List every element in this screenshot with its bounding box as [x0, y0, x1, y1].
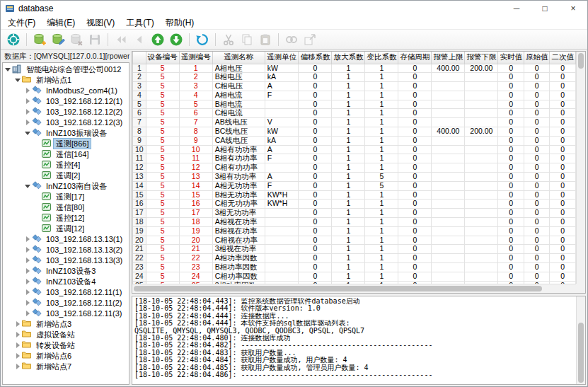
expand-icon[interactable] [24, 278, 31, 285]
tree-node[interactable]: 遥控[12] [3, 212, 129, 223]
column-header[interactable]: 报警上限 [432, 52, 465, 64]
menu-item-tools[interactable]: 工具(T) [120, 16, 159, 30]
table-row[interactable]: 10510A相有功功率A0110000 [133, 145, 576, 154]
refresh-button[interactable] [194, 31, 211, 48]
log-vertical-scrollbar[interactable] [576, 296, 585, 384]
table-row[interactable]: 555B相电流0110000 [133, 100, 576, 109]
table-row[interactable]: 151A相电压kW0110400.00200.00000 [133, 64, 576, 73]
tree-node[interactable]: 新增站点1 [3, 74, 129, 85]
tree-node[interactable]: InNZ103振瑞设备 [3, 127, 129, 138]
column-header[interactable]: 变比系数 [365, 52, 398, 64]
tree-node[interactable]: 103_192.168.12.11(3) [3, 308, 129, 318]
table-row[interactable]: 19519B相视在功率0110000 [133, 226, 576, 236]
tree-node[interactable]: 遥调[12] [3, 223, 129, 233]
edit-record-button[interactable] [50, 31, 67, 48]
tree-node[interactable]: InNZ103设备3 [3, 265, 129, 276]
menu-item-help[interactable]: 帮助(H) [160, 16, 200, 30]
tree-node[interactable]: 新增站点6 [3, 350, 129, 361]
table-row[interactable]: 656C相电流0110000 [133, 109, 576, 118]
expand-icon[interactable] [24, 267, 31, 275]
table-row[interactable]: 18518A相视在功率0110000 [133, 218, 576, 227]
tree-node[interactable]: 103_192.168.12.12(2) [3, 106, 129, 117]
tree-node[interactable]: 新增站点7 [3, 361, 129, 371]
expand-icon[interactable] [24, 119, 31, 126]
tree-node[interactable]: 遥信[80] [3, 202, 129, 212]
column-header[interactable]: 遥测编号 [179, 52, 212, 64]
expand-icon[interactable] [14, 320, 21, 328]
tree-node[interactable]: 遥测[866] [3, 138, 129, 149]
tree-node[interactable]: 遥测[17] [3, 191, 129, 202]
tree-node[interactable]: 103_192.168.13.13(1) [3, 233, 129, 244]
tree-node[interactable]: InModbus2_com4(1) [3, 85, 129, 96]
expand-icon[interactable] [14, 352, 21, 359]
tree-node[interactable]: 遥控[4] [3, 159, 129, 170]
expand-icon[interactable] [24, 257, 31, 264]
monitor-button[interactable] [5, 31, 22, 48]
column-header[interactable]: 遥测单位 [265, 52, 299, 64]
tree-node[interactable]: 新增站点3 [3, 318, 129, 329]
column-header[interactable]: 二次值 [550, 52, 576, 64]
collapse-icon[interactable] [14, 76, 21, 83]
table-row[interactable]: 353C相电压A0110000 [133, 82, 576, 91]
column-header[interactable]: 设备编号 [146, 52, 179, 64]
tree-node[interactable]: 103_192.168.12.12(1) [3, 96, 129, 106]
column-header[interactable]: 偏移系数 [299, 52, 332, 64]
collapse-icon[interactable] [24, 129, 31, 137]
menu-item-view[interactable]: 视图(V) [81, 16, 120, 30]
table-row[interactable]: 175173相无功功率0110000 [133, 209, 576, 218]
table-row[interactable]: 135133相有功功率A0150000 [133, 173, 576, 182]
add-record-button[interactable] [31, 31, 48, 48]
expand-icon[interactable] [24, 310, 31, 317]
collapse-icon[interactable] [24, 183, 31, 190]
close-button[interactable]: × [559, 1, 587, 16]
table-row[interactable]: 24524C相功率因数0110000 [133, 272, 576, 281]
expand-icon[interactable] [24, 98, 31, 105]
tree-node[interactable]: 智能电站综合管理公司0012 [3, 64, 129, 74]
tree-node[interactable]: 103_192.168.12.11(1) [3, 287, 129, 297]
table-row[interactable]: 11511B相有功功率F0110000 [133, 154, 576, 163]
tree-node[interactable]: InNZ103南自设备 [3, 180, 129, 191]
expand-icon[interactable] [24, 299, 31, 306]
maximize-button[interactable]: □ [531, 1, 559, 16]
move-down-button[interactable] [168, 31, 185, 48]
minimize-button[interactable]: ─ [502, 1, 531, 16]
table-row[interactable]: 12512C相有功功率0110000 [133, 163, 576, 173]
collapse-icon[interactable] [4, 66, 11, 73]
table-row[interactable]: 14514A相无功功率F0150000 [133, 181, 576, 190]
column-header[interactable]: 存储周期 [398, 52, 432, 64]
tree-node[interactable]: 103_192.168.13.13(3) [3, 255, 129, 265]
tree-node[interactable]: 103_192.168.12.11(2) [3, 297, 129, 308]
table-row[interactable]: 20520C相视在功率0110000 [133, 236, 576, 245]
tree-node[interactable]: InNZ103设备4 [3, 276, 129, 287]
vertical-scroll-thumb[interactable] [578, 53, 584, 69]
expand-icon[interactable] [24, 236, 31, 243]
tree-node[interactable]: 遥信[164] [3, 149, 129, 159]
table-horizontal-scrollbar[interactable] [132, 284, 576, 293]
expand-icon[interactable] [24, 246, 31, 253]
table-row[interactable]: 16516C相无功功率KW*H0110000 [133, 200, 576, 209]
expand-icon[interactable] [24, 87, 31, 94]
table-row[interactable]: 215213相视在功率0110000 [133, 245, 576, 254]
tree-node[interactable]: 103_192.168.13.13(2) [3, 244, 129, 255]
table-row[interactable]: 959CA线电压kA0110000 [133, 136, 576, 145]
log-scroll-thumb[interactable] [578, 323, 584, 382]
column-header[interactable]: 报警下限 [465, 52, 498, 64]
table-vertical-scrollbar[interactable] [576, 52, 585, 284]
column-header[interactable]: 放大系数 [332, 52, 365, 64]
table-row[interactable]: 22522A相功率因数0110000 [133, 254, 576, 263]
table-row[interactable]: 858BC线电压kW0110400.00200.00000 [133, 127, 576, 137]
tree-node[interactable]: 遥调[2] [3, 170, 129, 180]
expand-icon[interactable] [14, 363, 21, 370]
tree-node[interactable]: 虚拟设备站 [3, 329, 129, 340]
table-row[interactable]: 23523B相功率因数0110000 [133, 263, 576, 272]
table-row[interactable]: 252B相电压kA0110000 [133, 73, 576, 82]
tree-node[interactable]: 103_192.168.12.12(3) [3, 117, 129, 127]
move-up-button[interactable] [149, 31, 166, 48]
expand-icon[interactable] [24, 289, 31, 296]
expand-icon[interactable] [14, 331, 21, 338]
column-header[interactable]: 原始值 [524, 52, 550, 64]
table-row[interactable]: 454A相电流F0110000 [133, 91, 576, 100]
menu-item-edit[interactable]: 编辑(E) [41, 16, 81, 30]
tree-node[interactable]: 转发设备站 [3, 340, 129, 350]
horizontal-scroll-thumb[interactable] [134, 286, 542, 291]
